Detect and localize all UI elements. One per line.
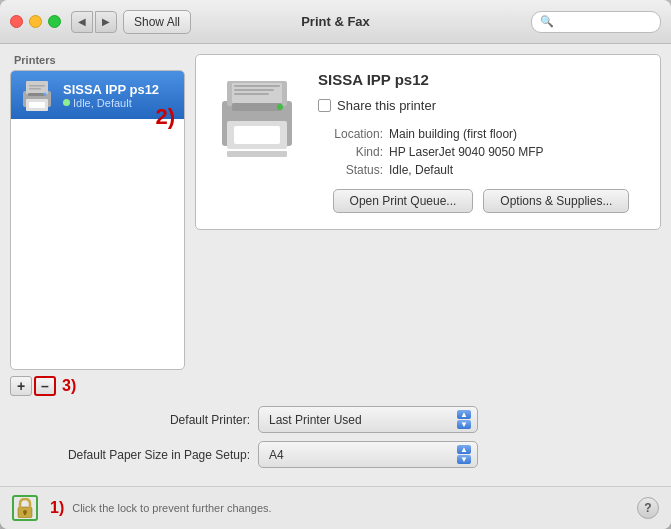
main-window: ◀ ▶ Show All Print & Fax 🔍 Printers [0, 0, 671, 529]
bottom-bar: 1) Click the lock to prevent further cha… [0, 486, 671, 529]
svg-rect-4 [28, 93, 46, 96]
forward-button[interactable]: ▶ [95, 11, 117, 33]
default-printer-select[interactable]: Last Printer Used ▲ ▼ [258, 406, 478, 433]
printer-name: SISSA IPP ps12 [63, 82, 159, 97]
svg-rect-14 [234, 85, 280, 87]
main-content: Printers SI [0, 44, 671, 406]
show-all-button[interactable]: Show All [123, 10, 191, 34]
status-dot [63, 99, 70, 106]
kind-value: HP LaserJet 9040 9050 MFP [389, 145, 544, 159]
svg-rect-7 [29, 88, 41, 90]
svg-rect-13 [232, 103, 282, 111]
svg-rect-6 [29, 85, 45, 87]
select-arrow-up-icon: ▲ [457, 410, 471, 419]
default-printer-row: Default Printer: Last Printer Used ▲ ▼ [10, 406, 661, 433]
printer-detail-content: SISSA IPP ps12 Share this printer Locati… [318, 71, 644, 213]
details-panel: SISSA IPP ps12 Share this printer Locati… [195, 54, 661, 396]
default-printer-label: Default Printer: [10, 413, 250, 427]
titlebar: ◀ ▶ Show All Print & Fax 🔍 [0, 0, 671, 44]
svg-rect-16 [234, 93, 269, 95]
svg-rect-12 [234, 126, 280, 144]
search-icon: 🔍 [540, 15, 554, 28]
printer-detail-name: SISSA IPP ps12 [318, 71, 644, 88]
svg-point-17 [277, 104, 283, 110]
close-button[interactable] [10, 15, 23, 28]
status-row: Status: Idle, Default [318, 163, 644, 177]
select-arrow-down-icon: ▼ [457, 420, 471, 429]
select-arrows: ▲ ▼ [457, 410, 471, 429]
svg-rect-18 [227, 151, 287, 157]
svg-rect-3 [29, 102, 45, 108]
paper-arrow-up-icon: ▲ [457, 445, 471, 454]
status-key: Status: [318, 163, 383, 177]
printers-panel-label: Printers [10, 54, 185, 66]
default-paper-select[interactable]: A4 ▲ ▼ [258, 441, 478, 468]
paper-arrow-down-icon: ▼ [457, 455, 471, 464]
action-buttons: Open Print Queue... Options & Supplies..… [318, 189, 644, 213]
location-value: Main building (first floor) [389, 127, 517, 141]
annotation-1: 1) [50, 499, 64, 517]
location-row: Location: Main building (first floor) [318, 127, 644, 141]
left-column: Printers SI [10, 54, 185, 396]
default-paper-label: Default Paper Size in Page Setup: [10, 448, 250, 462]
add-printer-button[interactable]: + [10, 376, 32, 396]
svg-rect-1 [26, 81, 48, 94]
kind-key: Kind: [318, 145, 383, 159]
help-button[interactable]: ? [637, 497, 659, 519]
share-checkbox[interactable] [318, 99, 331, 112]
search-box[interactable]: 🔍 [531, 11, 661, 33]
kind-row: Kind: HP LaserJet 9040 9050 MFP [318, 145, 644, 159]
window-title: Print & Fax [301, 14, 370, 29]
lock-area: 1) Click the lock to prevent further cha… [12, 495, 272, 521]
default-paper-value: A4 [269, 448, 284, 462]
svg-rect-15 [234, 89, 274, 91]
location-key: Location: [318, 127, 383, 141]
annotation-2: 2) [155, 104, 175, 130]
share-row: Share this printer [318, 98, 644, 113]
printer-icon [19, 77, 55, 113]
svg-rect-21 [24, 512, 26, 515]
share-label: Share this printer [337, 98, 436, 113]
minimize-button[interactable] [29, 15, 42, 28]
maximize-button[interactable] [48, 15, 61, 28]
printer-detail-icon [212, 71, 302, 161]
traffic-lights [10, 15, 61, 28]
printer-status: Idle, Default [63, 97, 159, 109]
nav-buttons: ◀ ▶ [71, 11, 117, 33]
list-controls: + – 3) [10, 376, 185, 396]
select-arrows-paper: ▲ ▼ [457, 445, 471, 464]
default-printer-value: Last Printer Used [269, 413, 362, 427]
lock-button[interactable] [12, 495, 38, 521]
annotation-3: 3) [62, 377, 76, 395]
back-button[interactable]: ◀ [71, 11, 93, 33]
svg-point-5 [44, 93, 47, 96]
lock-text: Click the lock to prevent further change… [72, 502, 271, 514]
options-supplies-button[interactable]: Options & Supplies... [483, 189, 629, 213]
status-value: Idle, Default [389, 163, 453, 177]
printer-details-box: SISSA IPP ps12 Share this printer Locati… [195, 54, 661, 230]
remove-printer-button[interactable]: – [34, 376, 56, 396]
default-paper-row: Default Paper Size in Page Setup: A4 ▲ ▼ [10, 441, 661, 468]
open-print-queue-button[interactable]: Open Print Queue... [333, 189, 474, 213]
printer-info: SISSA IPP ps12 Idle, Default [63, 82, 159, 109]
printer-status-text: Idle, Default [73, 97, 132, 109]
search-input[interactable] [558, 15, 652, 29]
settings-section: Default Printer: Last Printer Used ▲ ▼ D… [0, 406, 671, 486]
lock-icon [16, 498, 34, 518]
